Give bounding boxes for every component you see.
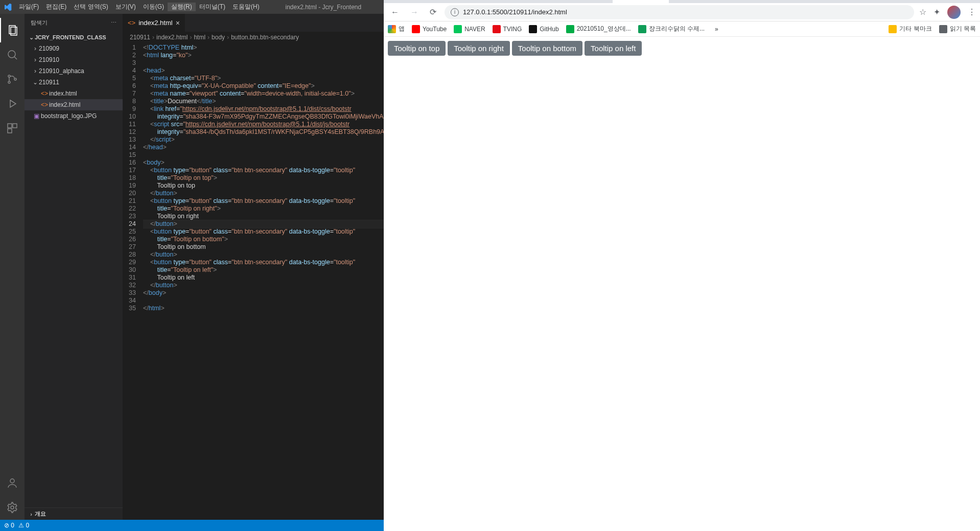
svg-point-4: [8, 75, 10, 77]
bookmark-item[interactable]: TVING: [493, 25, 522, 33]
browser-tab[interactable]: 오딘: 발할라×: [388, 0, 444, 3]
new-tab-button[interactable]: +: [669, 0, 683, 3]
activity-bar: [0, 14, 25, 520]
file-item[interactable]: <>index.html: [25, 88, 123, 99]
settings-icon[interactable]: [0, 495, 25, 520]
maximize-icon[interactable]: ▢: [933, 0, 956, 3]
extensions-icon[interactable]: [0, 116, 25, 141]
chrome-tab-strip: 오딘: 발할라×패스트캠퍼스×Tooltips · Bo×마이페이지 |×Doc…: [384, 0, 980, 3]
warnings-count[interactable]: ⚠ 0: [18, 522, 29, 529]
breadcrumb-item[interactable]: index2.html: [156, 34, 188, 41]
account-icon[interactable]: [0, 471, 25, 495]
breadcrumb-item[interactable]: html: [194, 34, 205, 41]
browser-tab[interactable]: Tooltips · Bo×: [500, 0, 556, 3]
folder-item[interactable]: ⌄210911: [25, 77, 123, 88]
svg-rect-8: [8, 124, 12, 128]
editor-tabs: <> index2.html ×: [123, 14, 384, 32]
menu-item[interactable]: 편집(E): [42, 3, 70, 11]
outline-section[interactable]: › 개요: [25, 507, 123, 520]
bookmark-favicon-icon: [529, 25, 537, 33]
svg-point-11: [10, 479, 14, 483]
html-file-icon: <>: [40, 90, 49, 97]
browser-tab[interactable]: 마이페이지 |×: [556, 0, 613, 3]
forward-icon[interactable]: →: [407, 8, 422, 17]
errors-count[interactable]: ⊘ 0: [4, 522, 14, 529]
image-file-icon: ▣: [32, 112, 41, 120]
reload-icon[interactable]: ⟳: [427, 7, 439, 17]
site-info-icon[interactable]: i: [451, 8, 459, 16]
address-bar[interactable]: i 127.0.0.1:5500/210911/index2.html: [445, 5, 914, 19]
bookmarks-bar: 앱 YouTubeNAVERTVINGGitHub20210510_영상데...…: [384, 21, 980, 37]
tooltip-button[interactable]: Tooltip on bottom: [512, 41, 582, 56]
back-icon[interactable]: ←: [388, 8, 402, 17]
vscode-window-title: index2.html - Jcry_Frontend: [263, 4, 384, 11]
file-item[interactable]: ▣bootstrapt_logo.JPG: [25, 110, 123, 122]
menu-item[interactable]: 실행(R): [168, 3, 196, 11]
chrome-menu-icon[interactable]: ⋮: [968, 7, 976, 17]
bookmark-item[interactable]: YouTube: [412, 25, 447, 33]
menu-item[interactable]: 터미널(T): [196, 3, 229, 11]
svg-rect-9: [13, 124, 17, 128]
bookmark-favicon-icon: [412, 25, 420, 33]
source-control-icon[interactable]: [0, 67, 25, 91]
svg-rect-10: [8, 129, 12, 133]
code-editor[interactable]: 1234567891011121314151617181920212223242…: [123, 43, 384, 520]
browser-tab[interactable]: Document×: [613, 0, 669, 3]
project-root[interactable]: ⌄ JCRY_FRONTEND_CLASS: [25, 32, 123, 43]
bookmark-item[interactable]: 20210510_영상데...: [566, 25, 631, 33]
bookmark-item[interactable]: 장크리수닭의 수제...: [638, 25, 705, 33]
chevron-right-icon: ›: [32, 56, 39, 63]
chevron-right-icon: ›: [190, 34, 192, 41]
toolbar: ← → ⟳ i 127.0.0.1:5500/210911/index2.htm…: [384, 3, 980, 21]
browser-tab[interactable]: 패스트캠퍼스×: [444, 0, 500, 3]
window-controls: — ▢ ✕: [909, 0, 980, 3]
chevron-down-icon: ⌄: [32, 79, 39, 86]
search-icon[interactable]: [0, 42, 25, 67]
menu-item[interactable]: 선택 영역(S): [70, 3, 111, 11]
profile-avatar[interactable]: [947, 6, 961, 19]
breadcrumb-item[interactable]: button.btn.btn-secondary: [231, 34, 299, 41]
debug-icon[interactable]: [0, 91, 25, 116]
bookmark-item[interactable]: GitHub: [529, 25, 558, 33]
menu-item[interactable]: 이동(G): [139, 3, 168, 11]
explorer-sidebar: 탐색기 ⋯ ⌄ JCRY_FRONTEND_CLASS ›210909›2109…: [25, 14, 123, 520]
bookmarks-overflow-icon[interactable]: »: [715, 26, 718, 33]
svg-point-2: [8, 51, 15, 58]
breadcrumb[interactable]: 210911›index2.html›html›body›button.btn.…: [123, 32, 384, 43]
page-content: Tooltip on topTooltip on rightTooltip on…: [384, 37, 980, 531]
tooltip-button[interactable]: Tooltip on left: [585, 41, 642, 56]
tooltip-button[interactable]: Tooltip on top: [388, 41, 446, 56]
bookmark-item[interactable]: NAVER: [454, 25, 485, 33]
menu-item[interactable]: 도움말(H): [229, 3, 263, 11]
apps-icon[interactable]: 앱: [388, 25, 405, 33]
extensions-puzzle-icon[interactable]: ✦: [934, 7, 940, 17]
more-icon[interactable]: ⋯: [111, 19, 116, 26]
close-window-icon[interactable]: ✕: [956, 0, 980, 3]
bookmark-item[interactable]: 읽기 목록: [939, 25, 976, 33]
sidebar-header: 탐색기 ⋯: [25, 14, 123, 32]
explorer-icon[interactable]: [0, 18, 25, 42]
folder-item[interactable]: ›210909: [25, 43, 123, 54]
minimize-icon[interactable]: —: [909, 0, 933, 3]
chevron-right-icon: ›: [32, 67, 39, 75]
tooltip-button[interactable]: Tooltip on right: [448, 41, 510, 56]
html-file-icon: <>: [128, 19, 135, 27]
file-item[interactable]: <>index2.html: [25, 99, 123, 110]
breadcrumb-item[interactable]: 210911: [130, 34, 150, 41]
folder-item[interactable]: ›210910_alphaca: [25, 65, 123, 77]
sidebar-title: 탐색기: [31, 19, 48, 27]
menu-item[interactable]: 파일(F): [15, 3, 42, 11]
star-icon[interactable]: ☆: [919, 7, 926, 17]
editor-tab[interactable]: <> index2.html ×: [123, 14, 185, 32]
vscode-titlebar: 파일(F)편집(E)선택 영역(S)보기(V)이동(G)실행(R)터미널(T)도…: [0, 0, 384, 14]
bookmark-favicon-icon: [638, 25, 646, 33]
close-icon[interactable]: ×: [176, 19, 180, 27]
bookmark-item[interactable]: 기타 북마크: [889, 25, 931, 33]
menu-item[interactable]: 보기(V): [112, 3, 139, 11]
chevron-right-icon: ›: [227, 34, 229, 41]
svg-line-3: [14, 57, 17, 59]
bookmark-favicon-icon: [493, 25, 501, 33]
breadcrumb-item[interactable]: body: [212, 34, 225, 41]
folder-item[interactable]: ›210910: [25, 54, 123, 65]
chevron-right-icon: ›: [207, 34, 209, 41]
